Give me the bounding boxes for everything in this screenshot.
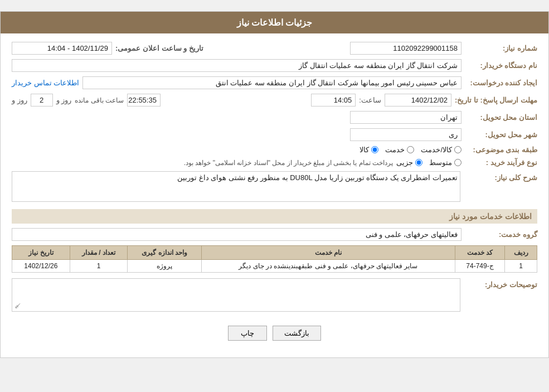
th-name: نام خدمت bbox=[202, 246, 455, 260]
general-description-label: شرح کلی نیاز: bbox=[465, 171, 537, 182]
general-description-textarea[interactable] bbox=[12, 171, 460, 202]
category-radio-khedmat: خدمت bbox=[385, 146, 414, 154]
deadline-time-label: ساعت: bbox=[359, 96, 381, 104]
purchase-type-radio-jozi-input[interactable] bbox=[415, 159, 422, 166]
services-section-label: اطلاعات خدمات مورد نیاز bbox=[449, 212, 532, 221]
description-box-wrapper: تعمیرات اضطراری یک دستگاه توربین زاریا م… bbox=[12, 171, 460, 204]
table-header-row: ردیف کد خدمت نام خدمت واحد اندازه گیری ت… bbox=[12, 246, 537, 260]
purchase-type-radio-jozi-label: جزیی bbox=[396, 158, 413, 167]
city-value: ری bbox=[350, 128, 461, 141]
service-group-value: فعالیتهای حرفهای، علمی و فنی bbox=[12, 228, 461, 241]
purchase-type-radio-motavasset: متوسط bbox=[429, 158, 461, 167]
th-row-num: ردیف bbox=[505, 246, 537, 260]
need-number-value: 1102092299001158 bbox=[350, 42, 461, 55]
province-value: تهران bbox=[350, 111, 461, 124]
buyer-notes-section: توصیحات خریدار: ↙ bbox=[12, 278, 537, 312]
button-row: بازگشت چاپ bbox=[12, 320, 537, 349]
category-radio-kala-khedmat-label: کالا/خدمت bbox=[421, 146, 452, 154]
creator-person-value: عباس حسینی رئیس امور بیمانها شرکت انتقال… bbox=[82, 76, 461, 89]
category-radio-kala-khedmat-input[interactable] bbox=[454, 146, 461, 153]
service-table: ردیف کد خدمت نام خدمت واحد اندازه گیری ت… bbox=[12, 245, 537, 273]
th-date: تاریخ نیاز bbox=[12, 246, 70, 260]
form-row-city: شهر محل تحویل: ری bbox=[12, 128, 537, 141]
form-row-creator: ایجاد کننده درخواست: عباس حسینی رئیس امو… bbox=[12, 76, 537, 89]
page-header: جزئیات اطلاعات نیاز bbox=[1, 12, 548, 33]
category-radio-khedmat-label: خدمت bbox=[385, 146, 405, 154]
description-section: شرح کلی نیاز: تعمیرات اضطراری یک دستگاه … bbox=[12, 171, 537, 204]
deadline-days-value: 2 bbox=[31, 94, 53, 107]
print-button[interactable]: چاپ bbox=[228, 326, 267, 341]
form-row-requester: نام دستگاه خریدار: شرکت انتقال گاز ایران… bbox=[12, 59, 537, 72]
purchase-type-radio-motavasset-input[interactable] bbox=[454, 159, 461, 166]
announce-datetime-value: 1402/11/29 - 14:04 bbox=[12, 42, 112, 55]
creator-link[interactable]: اطلاعات تماس خریدار bbox=[12, 79, 79, 87]
purchase-type-radio-jozi: جزیی bbox=[396, 158, 422, 167]
requester-label: نام دستگاه خریدار: bbox=[465, 61, 537, 70]
form-row-province: استان محل تحویل: تهران bbox=[12, 111, 537, 124]
category-radio-group: کالا/خدمت خدمت کالا bbox=[359, 146, 461, 154]
buyer-notes-box: ↙ bbox=[12, 278, 460, 312]
buyer-notes-label: توصیحات خریدار: bbox=[465, 278, 537, 289]
deadline-remaining-label: ساعت باقی مانده bbox=[75, 96, 124, 104]
purchase-type-radio-group: متوسط جزیی bbox=[396, 158, 461, 167]
form-row-purchase-type: نوع فرآیند خرید : متوسط جزیی پرداخت تمام… bbox=[12, 158, 537, 167]
th-code: کد خدمت bbox=[455, 246, 504, 260]
requester-value: شرکت انتقال گاز ایران منطقه سه عملیات ان… bbox=[12, 59, 461, 72]
page-title: جزئیات اطلاعات نیاز bbox=[237, 18, 313, 27]
services-section-header: اطلاعات خدمات مورد نیاز bbox=[12, 209, 537, 224]
need-number-label: شماره نیاز: bbox=[465, 44, 537, 52]
form-row-service-group: گروه خدمت: فعالیتهای حرفهای، علمی و فنی bbox=[12, 228, 537, 241]
purchase-type-label: نوع فرآیند خرید : bbox=[465, 158, 537, 167]
deadline-label: مهلت ارسال پاسخ: تا تاریخ: bbox=[455, 96, 537, 104]
deadline-time-value: 14:05 bbox=[311, 94, 356, 107]
category-label: طبقه بندی موضوعی: bbox=[465, 146, 537, 154]
description-wrapper: شرح کلی نیاز: تعمیرات اضطراری یک دستگاه … bbox=[12, 171, 537, 204]
deadline-days-unit: روز و bbox=[12, 96, 27, 104]
page-wrapper: جزئیات اطلاعات نیاز شماره نیاز: 11020922… bbox=[0, 11, 549, 358]
purchase-type-note: پرداخت تمام یا بخشی از مبلغ خریدار از مح… bbox=[12, 159, 393, 167]
category-radio-kala-input[interactable] bbox=[371, 146, 378, 153]
form-row-deadline: مهلت ارسال پاسخ: تا تاریخ: 1402/12/02 سا… bbox=[12, 94, 537, 107]
th-unit: واحد اندازه گیری bbox=[128, 246, 202, 260]
content-area: شماره نیاز: 1102092299001158 تاریخ و ساع… bbox=[1, 33, 548, 357]
announce-datetime-label: تاریخ و ساعت اعلان عمومی: bbox=[115, 44, 203, 52]
th-quantity: تعداد / مقدار bbox=[70, 246, 128, 260]
deadline-days-label: روز و bbox=[56, 96, 72, 104]
city-label: شهر محل تحویل: bbox=[465, 130, 537, 139]
deadline-remaining-value: 22:55:35 bbox=[127, 94, 161, 107]
category-radio-kala-khedmat: کالا/خدمت bbox=[421, 146, 461, 154]
back-button[interactable]: بازگشت bbox=[273, 326, 321, 341]
deadline-date-value: 1402/12/02 bbox=[385, 94, 451, 107]
purchase-type-radio-motavasset-label: متوسط bbox=[429, 158, 452, 167]
service-group-label: گروه خدمت: bbox=[465, 230, 537, 239]
category-radio-khedmat-input[interactable] bbox=[407, 146, 414, 153]
category-radio-kala: کالا bbox=[359, 146, 378, 154]
form-row-category: طبقه بندی موضوعی: کالا/خدمت خدمت کالا bbox=[12, 146, 537, 154]
category-radio-kala-label: کالا bbox=[359, 146, 369, 154]
province-label: استان محل تحویل: bbox=[465, 113, 537, 122]
table-row: 1ج-749-74سایر فعالیتهای حرفهای، علمی و ف… bbox=[12, 260, 537, 273]
creator-label: ایجاد کننده درخواست: bbox=[465, 79, 537, 87]
form-row-need-number: شماره نیاز: 1102092299001158 تاریخ و ساع… bbox=[12, 42, 537, 55]
